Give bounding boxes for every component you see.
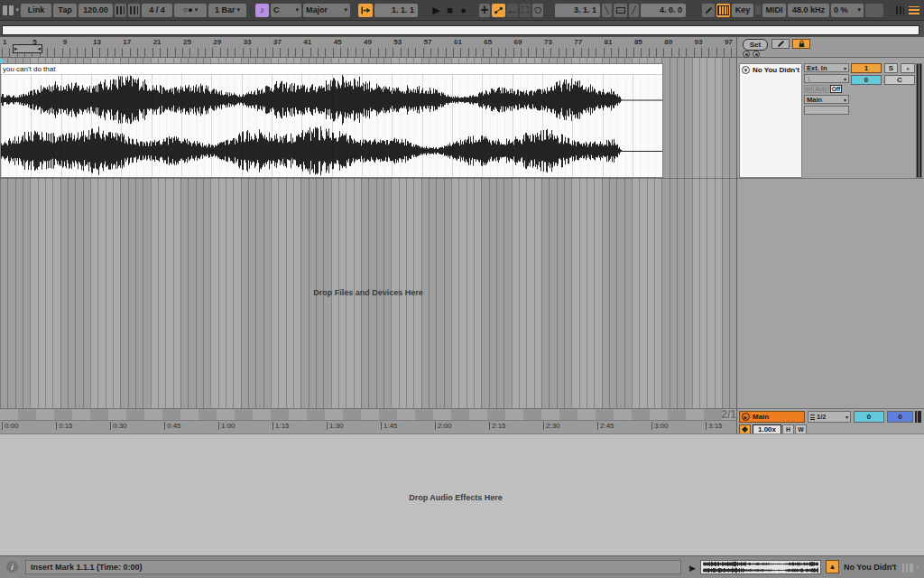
bar-number: 41 [303,38,311,46]
ruler-ticks [2,48,736,57]
punch-out-icon[interactable]: ╱ [629,4,639,17]
time-signature-field[interactable]: 4 / 4 [142,4,172,17]
bar-number: 21 [153,38,162,46]
bar-number: 61 [454,38,462,46]
bar-number: 69 [514,38,522,46]
set-locator-button[interactable]: Set [743,39,768,51]
hot-swap-icon[interactable]: ▲ [826,560,839,573]
key-midi-divider [755,5,761,14]
track-volume-field[interactable]: 0 [851,75,882,85]
loop-icon[interactable] [614,4,627,17]
track-name[interactable]: No You Didn't [753,66,799,74]
track-io-section: Ext. In▾ 1▾ In Auto Off Main▾ [804,63,849,117]
status-meter-chevron-icon[interactable]: ▾ [916,564,919,572]
metronome-button[interactable]: ○●▾ [174,4,207,17]
bar-number: 13 [93,38,101,46]
draw-mode-icon[interactable] [702,4,715,17]
lock-envelopes-icon[interactable] [792,39,810,49]
computer-midi-keyboard-icon[interactable] [716,4,730,17]
bar-number: 37 [273,38,282,46]
beat-time-ruler[interactable]: 1591317212529333741454953576165697377818… [0,37,736,58]
track-header[interactable]: ▼ No You Didn't [739,63,802,178]
key-map-button[interactable]: Key [732,4,753,17]
bar-number: 53 [393,38,402,46]
waveform-left-channel [1,74,662,126]
cpu-load-menu[interactable]: 0 %▾ [831,4,864,17]
track-pan-field[interactable]: C [884,75,915,85]
track-fold-icon[interactable]: ▼ [742,66,750,74]
ableton-arrangement-view: ▾ Link Tap 120.00 4 / 4 ○●▾ 1 Bar▾ ♪ C▾ … [0,0,924,578]
nudge-up-icon[interactable] [128,4,140,17]
tap-tempo-button[interactable]: Tap [53,4,77,17]
audio-clip[interactable]: you can't do that [0,63,663,178]
grid-quantize-select[interactable]: 1/2▾ [808,411,851,423]
nudge-down-icon[interactable] [115,4,126,17]
monitor-off-button[interactable]: Off [830,85,842,93]
bar-number: 45 [334,38,342,46]
overdub-icon[interactable]: + [479,4,490,17]
bar-number: 73 [544,38,552,46]
solo-button[interactable]: S [884,63,898,73]
reenable-automation-icon[interactable]: ← [507,4,518,17]
input-channel-select[interactable]: 1▾ [804,74,849,83]
waveform-right-channel [1,125,662,177]
capture-midi-icon[interactable] [520,4,531,17]
track-activator-button[interactable]: 1 [851,63,882,73]
arm-button[interactable]: ● [901,63,915,73]
automation-arm-icon[interactable] [492,4,505,17]
output-meter-icon [907,4,921,17]
panel-select-icon[interactable]: ▾ [3,4,19,17]
punch-in-icon[interactable]: ╲ [602,4,612,17]
bar-number: 17 [123,38,131,46]
play-button[interactable]: ▶ [430,4,442,17]
cpu-meter [865,4,883,17]
monitor-in-button[interactable]: In [804,85,812,93]
midi-io-indicator-icon [894,4,905,17]
prev-locator-icon[interactable] [743,51,750,58]
loop-start-field[interactable]: 3. 1. 1 [555,4,600,17]
next-locator-icon[interactable] [753,51,760,58]
loop-length-field[interactable]: 4. 0. 0 [641,4,686,17]
time-label: 0:30 [110,422,127,430]
time-label: 0:15 [56,422,73,430]
info-icon[interactable]: i [6,561,18,573]
preview-play-icon[interactable]: ▶ [688,562,698,573]
scale-icon[interactable]: ♪ [255,4,269,17]
time-ruler[interactable]: 0:000:150:300:451:001:151:301:452:002:15… [0,408,736,434]
status-message: Insert Mark 1.1.1 (Time: 0:00) [25,560,681,574]
bar-number: 93 [695,38,703,46]
device-view[interactable]: Drop Audio Effects Here [0,434,924,555]
sample-preview[interactable] [700,560,821,574]
grid-icon [810,414,815,420]
bar-number: 33 [244,38,252,46]
session-record-icon[interactable]: ○ [532,4,543,17]
arrangement-position-field[interactable]: 1. 1. 1 [374,4,418,17]
quantize-menu[interactable]: 1 Bar▾ [208,4,246,17]
overview-viewport[interactable] [2,25,919,35]
monitor-auto-button[interactable]: Auto [813,85,828,93]
scale-root-select[interactable]: C▾ [271,4,301,17]
arrangement-overview[interactable] [0,20,924,37]
arrangement-grid[interactable]: you can't do that Drop Files and Devices… [0,58,736,408]
stop-button[interactable]: ■ [444,4,456,17]
loop-brace[interactable]: ▸ ◂ [13,44,42,53]
loaded-sample-name: No You Didn't [844,563,896,572]
main-volume-field[interactable]: 0 [854,411,884,423]
main-track-header[interactable]: ▶ Main [739,411,805,423]
link-button[interactable]: Link [21,4,51,17]
track-bottom-divider [0,178,924,179]
loop-brace-start[interactable]: ▸ [14,45,18,52]
scale-name-select[interactable]: Major▾ [303,4,350,17]
input-type-select[interactable]: Ext. In▾ [804,63,849,72]
output-type-select[interactable]: Main▾ [804,95,849,104]
draw-automation-icon[interactable] [772,39,790,49]
cue-volume-field[interactable]: 0 [887,411,913,423]
record-button[interactable]: ● [457,4,469,17]
main-play-icon[interactable]: ▶ [742,413,750,421]
tempo-field[interactable]: 120.00 [79,4,113,17]
sample-rate-field: 48.0 kHz [788,4,829,17]
output-channel-select[interactable] [804,106,849,115]
follow-button[interactable] [358,4,373,17]
loop-brace-end[interactable]: ◂ [37,45,41,52]
midi-map-button[interactable]: MIDI [762,4,786,17]
